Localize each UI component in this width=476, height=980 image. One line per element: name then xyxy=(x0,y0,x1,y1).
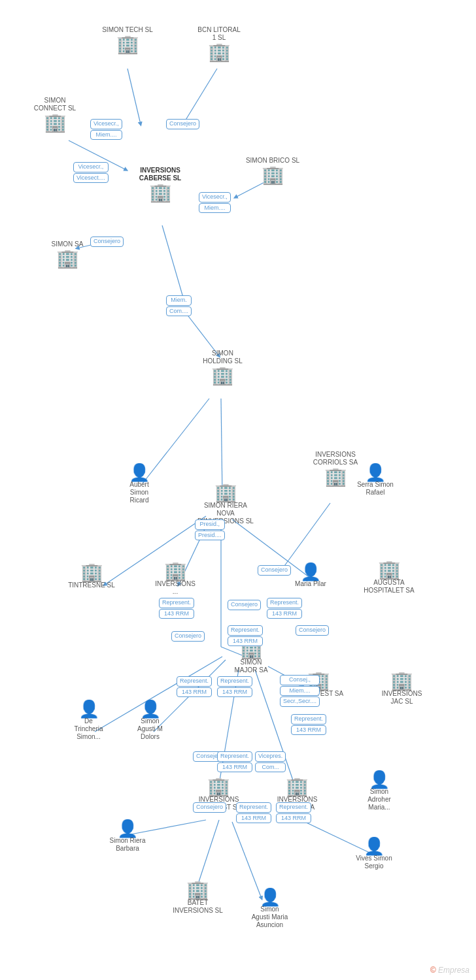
node-inversions-jac[interactable]: 🏢 INVERSIONSJAC SL xyxy=(374,672,430,707)
badge-text-consejero-inv: Consejero xyxy=(171,631,205,642)
label-serra-simon: Serra SimonRafael xyxy=(357,481,394,497)
node-simon-agusti-asuncion[interactable]: 👤 SimonAgusti MariaAsuncion xyxy=(242,889,298,930)
badge-represent-3[interactable]: Represent. 143 RRM xyxy=(228,625,263,646)
node-maria-pilar[interactable]: 👤 Maria Pilar xyxy=(288,563,333,589)
badge-vicepr-com[interactable]: Vicepres. Com... xyxy=(255,751,286,772)
node-simon-sa[interactable]: SIMON SA 🏢 xyxy=(44,240,90,268)
person-aubert-simon: 👤 xyxy=(129,464,150,481)
label-aubert-simon: AubertSimonRicard xyxy=(129,481,148,504)
watermark: © Empresa xyxy=(430,966,469,975)
building-inversions-bisema: 🏢 xyxy=(286,777,309,796)
label-simon-agusti-dolors: SimonAgusti MDolors xyxy=(137,717,163,741)
node-vives-simon[interactable]: 👤 Vives SimonSergio xyxy=(348,838,400,872)
node-batet-inversions[interactable]: 🏢 BATETINVERSIONS SL xyxy=(170,881,226,916)
badge-vicesecr-miem-2[interactable]: Vicesecr., Miem.... xyxy=(199,192,231,213)
badge-vicesecr-vicesect[interactable]: Vicesecr., Vicesect.... xyxy=(73,162,109,183)
badge-text-miem-2: Miem.... xyxy=(199,203,231,214)
badge-text-rrm-bisema-1: 143 RRM xyxy=(236,813,271,824)
badge-consej-miem[interactable]: Consej., Miem.... Secr.,Secr.... xyxy=(280,675,320,707)
badge-text-consejero-bisema: Consejero xyxy=(193,802,226,813)
graph-container: SIMON TECH SL 🏢 BCN LITORAL1 SL 🏢 SIMONC… xyxy=(0,0,476,980)
badge-consejero-inv[interactable]: Consejero xyxy=(171,631,205,642)
badge-represent-bisema-2[interactable]: Represent. 143 RRM xyxy=(276,802,311,823)
node-bcn-litoral[interactable]: BCN LITORAL1 SL 🏢 xyxy=(193,26,245,61)
building-batet-inversions: 🏢 xyxy=(186,881,209,899)
badge-text-presid-1: Presid., xyxy=(195,519,225,530)
badge-text-secr: Secr.,Secr.... xyxy=(280,696,320,707)
badge-represent-left[interactable]: Represent. 143 RRM xyxy=(177,676,212,697)
label-simon-agusti-asuncion: SimonAgusti MariaAsuncion xyxy=(252,906,288,929)
badge-text-rep-dolors: Represent. xyxy=(217,751,252,762)
node-simon-connect[interactable]: SIMONCONNECT SL 🏢 xyxy=(29,97,81,132)
badge-text-rep-2: Represent. xyxy=(267,598,302,608)
node-inversions-f[interactable]: 🏢 INVERSIONS... xyxy=(149,562,201,597)
badge-text-vicepr: Vicepres. xyxy=(255,751,286,762)
badge-represent-trininvest[interactable]: Represent. 143 RRM xyxy=(291,714,326,735)
label-simon-adroher: SimonAdroherMaria... xyxy=(367,788,391,811)
svg-line-9 xyxy=(281,503,330,570)
badge-represent-bisema-1[interactable]: Represent. 143 RRM xyxy=(236,802,271,823)
label-inversions-jac: INVERSIONSJAC SL xyxy=(382,690,422,706)
badge-consejero-sa[interactable]: Consejero xyxy=(90,237,124,247)
building-simon-holding: 🏢 xyxy=(211,367,234,385)
building-simon-riera-nova: 🏢 xyxy=(214,483,237,502)
badge-text-vicesecr-2: Vicesecr., xyxy=(199,192,231,203)
badge-consejero-mid[interactable]: Consejero xyxy=(228,600,261,610)
badge-text-com-vicepr: Com... xyxy=(255,762,286,773)
node-serra-simon[interactable]: 👤 Serra SimonRafael xyxy=(349,464,401,498)
badge-consejero-corriols[interactable]: Consejero xyxy=(258,565,291,576)
building-inversions-simagust: 🏢 xyxy=(207,777,230,796)
badge-text-rrm-dolors: 143 RRM xyxy=(217,762,252,773)
label-batet-inversions: BATETINVERSIONS SL xyxy=(173,899,223,915)
node-inversions-caberse[interactable]: INVERSIONSCABERSE SL 🏢 xyxy=(131,167,190,202)
person-simon-agusti-dolors: 👤 xyxy=(140,700,161,717)
badge-miem-com[interactable]: Miem. Com.... xyxy=(166,295,192,316)
node-simon-riera-barbara[interactable]: 👤 Simon RieraBarbara xyxy=(101,820,154,854)
badge-text-consejero-corriols: Consejero xyxy=(258,565,291,576)
person-maria-pilar: 👤 xyxy=(300,563,321,580)
badge-text-rrm-left: 143 RRM xyxy=(177,687,212,698)
node-simon-holding[interactable]: SIMONHOLDING SL 🏢 xyxy=(195,350,250,385)
label-simon-connect: SIMONCONNECT SL xyxy=(34,97,76,112)
badge-consejero-bisema[interactable]: Consejero xyxy=(193,802,226,813)
badge-text-miem-consej: Miem.... xyxy=(280,686,320,696)
badge-represent-1[interactable]: Represent. 143 RRM xyxy=(159,598,194,619)
building-simon-brico: 🏢 xyxy=(262,166,284,184)
node-simon-adroher[interactable]: 👤 SimonAdroherMaria... xyxy=(353,771,405,813)
badge-consejero-1[interactable]: Consejero xyxy=(166,119,199,129)
badge-vicesecr-miem-1[interactable]: Vicesecr., Miem.... xyxy=(90,119,122,140)
node-tintresne[interactable]: 🏢 TINTRESNE SL xyxy=(65,563,118,591)
label-bcn-litoral: BCN LITORAL1 SL xyxy=(197,26,240,42)
watermark-symbol: © xyxy=(430,966,436,975)
badge-represent-center[interactable]: Represent. 143 RRM xyxy=(217,676,252,697)
building-simon-connect: 🏢 xyxy=(44,114,67,132)
badge-text-2: Miem.... xyxy=(90,130,122,140)
badge-text-rrm-trin: 143 RRM xyxy=(291,725,326,736)
node-simon-brico[interactable]: SIMON BRICO SL 🏢 xyxy=(243,157,302,184)
badge-text-rrm-1: 143 RRM xyxy=(159,609,194,619)
building-augusta-hospitalet: 🏢 xyxy=(378,561,401,579)
label-inversions-caberse: INVERSIONSCABERSE SL xyxy=(139,167,181,182)
badge-text-rep-3: Represent. xyxy=(228,625,263,636)
node-simon-tech[interactable]: SIMON TECH SL 🏢 xyxy=(101,26,154,54)
badge-text-rep-trin: Represent. xyxy=(291,714,326,725)
badge-text-presid-2: Presid.... xyxy=(195,531,225,541)
badge-text-rep-1: Represent. xyxy=(159,598,194,608)
node-augusta-hospitalet[interactable]: 🏢 AUGUSTAHOSPITALET SA xyxy=(360,561,418,596)
building-simon-tech: 🏢 xyxy=(116,35,139,54)
badge-text-vicesecr: Vicesecr., xyxy=(73,162,109,172)
node-simon-agusti-dolors[interactable]: 👤 SimonAgusti MDolors xyxy=(126,700,175,742)
badge-represent-2[interactable]: Represent. 143 RRM xyxy=(267,598,302,619)
label-simon-holding: SIMONHOLDING SL xyxy=(203,350,243,365)
node-de-trincheria[interactable]: 👤 DeTrincheriaSimon... xyxy=(64,700,113,742)
badge-text-rep-bisema-2: Represent. xyxy=(276,802,311,813)
badge-text-consejero-right: Consejero xyxy=(296,625,329,636)
badge-text-rep-bisema-1: Represent. xyxy=(236,802,271,813)
badge-presid[interactable]: Presid., Presid.... xyxy=(195,519,225,540)
badge-consejero-right[interactable]: Consejero xyxy=(296,625,329,636)
label-simon-brico: SIMON BRICO SL xyxy=(246,157,299,165)
person-de-trincheria: 👤 xyxy=(78,700,99,717)
building-simon-sa: 🏢 xyxy=(56,250,79,268)
node-aubert-simon[interactable]: 👤 AubertSimonRicard xyxy=(116,464,162,506)
badge-represent-dolors[interactable]: Represent. 143 RRM xyxy=(217,751,252,772)
